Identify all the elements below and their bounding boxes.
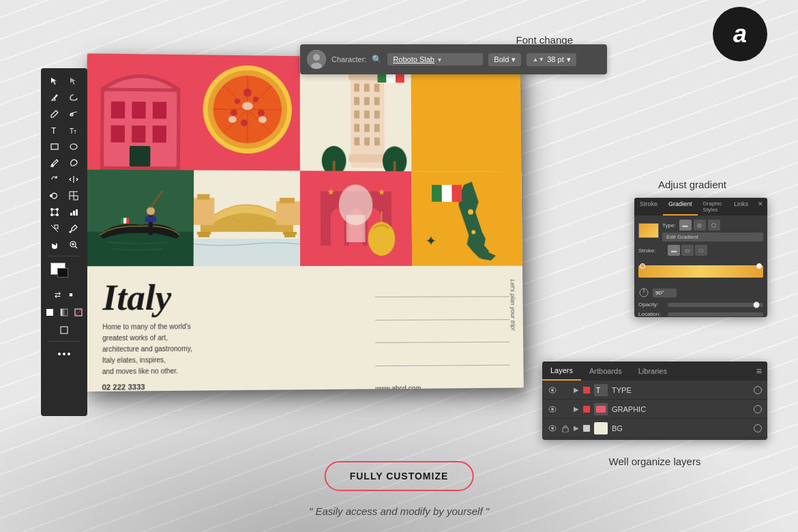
touch-type-tool[interactable]: T T — [65, 123, 83, 138]
direct-selection-tool[interactable] — [65, 74, 83, 89]
ellipse-tool[interactable] — [65, 139, 83, 154]
layer-type-arrow[interactable]: ▶ — [574, 386, 579, 394]
svg-point-58 — [252, 97, 258, 102]
gradient-preview-swatch[interactable] — [638, 223, 659, 238]
logo-circle: a — [713, 7, 767, 61]
stroke-swatch[interactable] — [57, 268, 68, 278]
angle-input[interactable] — [653, 289, 677, 297]
fill-mode[interactable] — [44, 305, 57, 320]
svg-text:T: T — [74, 130, 77, 134]
layer-type-visibility[interactable] — [548, 385, 557, 395]
font-style-dropdown[interactable]: Bold ▾ — [488, 53, 521, 66]
svg-point-128 — [551, 427, 554, 430]
free-transform-tool[interactable] — [46, 205, 63, 220]
rectangle-tool[interactable] — [46, 139, 63, 154]
svg-rect-13 — [74, 196, 78, 200]
layer-bg-visibility[interactable] — [548, 424, 557, 433]
opacity-slider[interactable] — [668, 303, 763, 307]
gradient-type-row: Type: ▬ ◎ ⬡ Edit Gradient — [638, 220, 763, 241]
swap-colors-icon[interactable]: ⇄ — [51, 289, 63, 301]
gradient-stop-left[interactable] — [640, 263, 645, 269]
postcard-description: Home to many of the world's greatest wor… — [102, 321, 345, 377]
svg-point-57 — [240, 119, 247, 126]
layers-menu-button[interactable]: ≡ — [751, 366, 767, 376]
gradient-bar-container — [638, 263, 763, 280]
font-name-dropdown[interactable]: Roboto Slab ▾ — [387, 53, 483, 65]
stroke-tab[interactable]: Stroke — [634, 198, 663, 216]
gradient-stop-right[interactable] — [756, 263, 762, 269]
type-tool[interactable]: T — [46, 123, 63, 138]
svg-text:✦: ✦ — [426, 233, 437, 248]
svg-rect-66 — [354, 83, 359, 91]
radial-gradient-btn[interactable]: ◎ — [694, 220, 706, 231]
location-row: Location: — [638, 311, 763, 317]
reflect-tool[interactable] — [65, 172, 83, 187]
svg-point-19 — [51, 214, 53, 216]
chart-tool[interactable] — [65, 205, 83, 220]
transform-panel[interactable] — [65, 188, 83, 203]
layer-type-indicator[interactable] — [754, 386, 762, 394]
pencil-tool[interactable] — [46, 106, 63, 121]
postcard-title: Italy — [102, 280, 344, 316]
opacity-handle[interactable] — [753, 301, 760, 308]
stroke-outside-btn[interactable]: □ — [695, 245, 707, 256]
gradient-mode[interactable] — [58, 305, 71, 320]
rotate-tool[interactable] — [46, 172, 63, 187]
svg-rect-89 — [145, 217, 156, 222]
smooth-tool[interactable] — [65, 106, 83, 121]
svg-point-1 — [313, 54, 320, 61]
layer-graphic-arrow[interactable]: ▶ — [574, 405, 579, 413]
paintbrush-tool[interactable] — [46, 156, 63, 171]
svg-rect-103 — [280, 198, 295, 203]
freeform-gradient-btn[interactable]: ⬡ — [708, 220, 720, 231]
artboards-tab[interactable]: Artboards — [581, 361, 630, 381]
font-size-arrow: ▾ — [567, 55, 571, 64]
svg-rect-102 — [197, 194, 209, 200]
color-swatches[interactable] — [50, 263, 78, 283]
layer-bg-lock[interactable] — [561, 424, 570, 432]
pizza-svg — [206, 68, 288, 150]
layer-type[interactable]: ▶ T TYPE — [542, 381, 767, 400]
layer-graphic-indicator[interactable] — [754, 405, 762, 413]
more-tools-button[interactable] — [55, 346, 73, 361]
gradient-tab[interactable]: Gradient — [663, 198, 698, 216]
svg-rect-74 — [374, 110, 380, 119]
links-tab[interactable]: Links — [728, 198, 754, 216]
hand-tool[interactable] — [46, 237, 63, 252]
draw-mode-normal[interactable] — [55, 323, 73, 338]
postcard-phone: 02 222 3333 — [102, 381, 345, 391]
customize-button[interactable]: FULLY CUSTOMIZE — [325, 461, 474, 491]
panel-close-button[interactable]: ✕ — [754, 198, 767, 216]
layer-bg[interactable]: ▶ BG — [542, 419, 767, 438]
layer-graphic-name: GRAPHIC — [612, 405, 750, 413]
italy-map-svg: ✦ — [411, 171, 522, 266]
layer-bg-arrow[interactable]: ▶ — [574, 424, 579, 432]
graphic-styles-tab[interactable]: Graphic Styles — [698, 198, 728, 216]
search-icon[interactable]: 🔍 — [372, 55, 382, 64]
blob-brush-tool[interactable] — [65, 156, 83, 171]
layer-graphic[interactable]: ▶ GRAPHIC — [542, 400, 767, 419]
zoom-tool[interactable] — [65, 237, 83, 252]
eyedropper-tool[interactable] — [65, 221, 83, 236]
edit-gradient-button[interactable]: Edit Gradient — [662, 233, 763, 241]
default-colors-icon[interactable]: ■ — [65, 289, 77, 301]
lasso-tool[interactable] — [65, 90, 83, 105]
font-panel-avatar — [307, 50, 326, 69]
linear-gradient-btn[interactable]: ▬ — [679, 220, 692, 231]
gradient-bar[interactable] — [638, 265, 763, 278]
pen-tool[interactable] — [46, 90, 63, 105]
no-fill-mode[interactable] — [72, 305, 85, 320]
location-slider[interactable] — [668, 312, 763, 316]
layers-tab[interactable]: Layers — [542, 361, 581, 381]
libraries-tab[interactable]: Libraries — [630, 361, 675, 381]
stroke-fill-btn[interactable]: ▬ — [668, 245, 680, 256]
font-size-dropdown[interactable]: ▲▼ 38 pt ▾ — [527, 53, 576, 66]
warp-tool[interactable] — [46, 188, 63, 203]
slice-tool[interactable] — [46, 221, 63, 236]
svg-point-9 — [52, 165, 54, 167]
selection-tool[interactable] — [46, 74, 63, 89]
layer-graphic-visibility[interactable] — [548, 404, 557, 414]
stroke-within-btn[interactable]: ▭ — [681, 245, 694, 256]
postcard-text-area: Italy Home to many of the world's greate… — [85, 266, 362, 391]
layer-bg-indicator[interactable] — [754, 424, 762, 432]
